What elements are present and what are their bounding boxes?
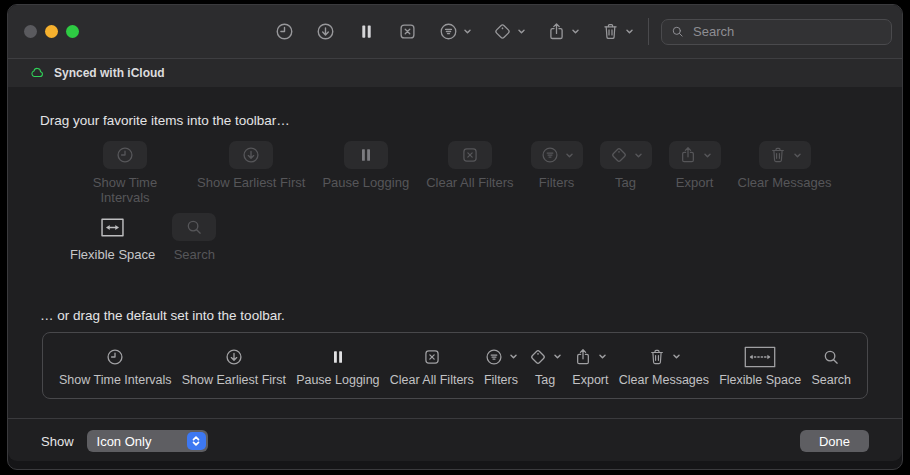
toolbar-pause-logging[interactable] bbox=[356, 21, 377, 42]
tag-icon bbox=[609, 145, 629, 165]
filter-icon bbox=[438, 21, 459, 42]
show-label: Show bbox=[41, 434, 74, 449]
minimize-button[interactable] bbox=[45, 25, 58, 38]
show-earliest-first-button bbox=[229, 141, 273, 169]
palette-item-label: Search bbox=[174, 247, 215, 262]
clear-all-filters-icon-row bbox=[422, 345, 442, 369]
clear-messages-icon-row bbox=[647, 345, 681, 369]
palette-item-show-earliest-first[interactable]: Show Earliest First bbox=[197, 141, 305, 190]
chevron-down-icon bbox=[517, 27, 526, 36]
drag-items-heading: Drag your favorite items into the toolba… bbox=[40, 87, 902, 128]
chevron-down-icon bbox=[625, 27, 634, 36]
defaultset-item-pause-logging[interactable]: Pause Logging bbox=[296, 345, 379, 387]
palette-item-label: Filters bbox=[539, 175, 574, 190]
palette-item-label: Show Earliest First bbox=[197, 175, 305, 190]
filters-icon-row bbox=[484, 345, 518, 369]
toolbar-tag[interactable] bbox=[492, 21, 526, 42]
zoom-button[interactable] bbox=[66, 25, 79, 38]
share-icon bbox=[546, 21, 567, 42]
defaultset-item-label: Clear Messages bbox=[619, 373, 709, 387]
palette-item-label: Tag bbox=[615, 175, 636, 190]
tag-icon-row bbox=[528, 345, 562, 369]
flexible-space-button bbox=[90, 213, 135, 241]
default-set-heading: … or drag the default set into the toolb… bbox=[40, 308, 902, 323]
filter-icon bbox=[484, 347, 504, 367]
chevron-down-icon bbox=[598, 352, 607, 361]
defaultset-item-search[interactable]: Search bbox=[811, 345, 851, 387]
traffic-lights bbox=[24, 25, 79, 38]
palette-item-export[interactable]: Export bbox=[669, 141, 721, 190]
magnifier-icon bbox=[821, 347, 841, 367]
defaultset-item-tag[interactable]: Tag bbox=[528, 345, 562, 387]
popup-stepper-icon bbox=[187, 432, 206, 450]
pause-icon bbox=[356, 21, 377, 42]
tag-icon bbox=[492, 21, 513, 42]
defaultset-item-label: Pause Logging bbox=[296, 373, 379, 387]
search-input[interactable] bbox=[691, 23, 883, 40]
defaultset-item-label: Clear All Filters bbox=[390, 373, 474, 387]
flex-space-icon bbox=[99, 214, 126, 241]
palette-item-filters[interactable]: Filters bbox=[531, 141, 583, 190]
close-button[interactable] bbox=[24, 25, 37, 38]
magnifier-icon bbox=[184, 217, 204, 237]
defaultset-item-flexible-space[interactable]: Flexible Space bbox=[719, 345, 801, 387]
defaultset-item-clear-all-filters[interactable]: Clear All Filters bbox=[390, 345, 474, 387]
trash-icon bbox=[647, 347, 667, 367]
toolbar-show-time-intervals[interactable] bbox=[274, 21, 295, 42]
default-toolbar-set[interactable]: Show Time IntervalsShow Earliest FirstPa… bbox=[42, 332, 868, 399]
palette-item-label: Clear All Filters bbox=[426, 175, 513, 190]
defaultset-item-label: Flexible Space bbox=[719, 373, 801, 387]
export-button bbox=[669, 141, 721, 169]
flex-space-wide-icon bbox=[744, 346, 776, 368]
search-icon-row bbox=[821, 345, 841, 369]
app-window: Synced with iCloud Drag your favorite it… bbox=[7, 4, 903, 470]
toolbar-search-field[interactable] bbox=[661, 19, 892, 45]
toolbar-show-earliest-first[interactable] bbox=[315, 21, 336, 42]
defaultset-item-show-time-intervals[interactable]: Show Time Intervals bbox=[59, 345, 172, 387]
palette-item-flexible-space[interactable]: Flexible Space bbox=[70, 213, 155, 262]
show-earliest-first-icon-row bbox=[224, 345, 244, 369]
toolbar-export[interactable] bbox=[546, 21, 580, 42]
defaultset-item-label: Export bbox=[572, 373, 608, 387]
chevron-down-icon bbox=[672, 352, 681, 361]
cloud-icon bbox=[29, 65, 45, 81]
filters-button bbox=[531, 141, 583, 169]
palette-item-search[interactable]: Search bbox=[172, 213, 216, 262]
show-mode-popup[interactable]: Icon Only bbox=[87, 430, 208, 452]
clear-messages-button bbox=[759, 141, 811, 169]
defaultset-item-label: Search bbox=[811, 373, 851, 387]
palette-item-tag[interactable]: Tag bbox=[600, 141, 652, 190]
show-time-intervals-icon-row bbox=[105, 345, 125, 369]
clear-filters-icon bbox=[422, 347, 442, 367]
defaultset-item-clear-messages[interactable]: Clear Messages bbox=[619, 345, 709, 387]
toolbar-clear-all-filters[interactable] bbox=[397, 21, 418, 42]
defaultset-item-label: Filters bbox=[484, 373, 518, 387]
toolbar-divider bbox=[648, 18, 649, 45]
palette-item-label: Pause Logging bbox=[322, 175, 409, 190]
palette-item-label: Flexible Space bbox=[70, 247, 155, 262]
pause-logging-icon-row bbox=[328, 345, 348, 369]
chevron-down-icon bbox=[571, 27, 580, 36]
toolbar-filters[interactable] bbox=[438, 21, 472, 42]
toolbar-clear-messages[interactable] bbox=[600, 21, 634, 42]
palette-item-show-time-intervals[interactable]: Show Time Intervals bbox=[70, 141, 180, 205]
show-mode-value: Icon Only bbox=[97, 434, 187, 449]
share-icon bbox=[573, 347, 593, 367]
status-bar: Synced with iCloud bbox=[8, 58, 902, 87]
defaultset-item-show-earliest-first[interactable]: Show Earliest First bbox=[182, 345, 286, 387]
defaultset-item-export[interactable]: Export bbox=[572, 345, 608, 387]
defaultset-item-label: Tag bbox=[535, 373, 555, 387]
tag-icon bbox=[528, 347, 548, 367]
search-icon bbox=[670, 24, 685, 39]
filter-icon bbox=[540, 145, 560, 165]
palette-item-label: Show Time Intervals bbox=[70, 175, 180, 205]
defaultset-item-filters[interactable]: Filters bbox=[484, 345, 518, 387]
palette-item-clear-messages[interactable]: Clear Messages bbox=[738, 141, 832, 190]
arrow-down-circle-icon bbox=[224, 347, 244, 367]
done-button[interactable]: Done bbox=[800, 430, 869, 452]
palette-item-pause-logging[interactable]: Pause Logging bbox=[322, 141, 409, 190]
flexible-space-icon-row bbox=[744, 345, 776, 369]
show-time-intervals-button bbox=[103, 141, 147, 169]
pause-logging-button bbox=[344, 141, 388, 169]
palette-item-clear-all-filters[interactable]: Clear All Filters bbox=[426, 141, 513, 190]
